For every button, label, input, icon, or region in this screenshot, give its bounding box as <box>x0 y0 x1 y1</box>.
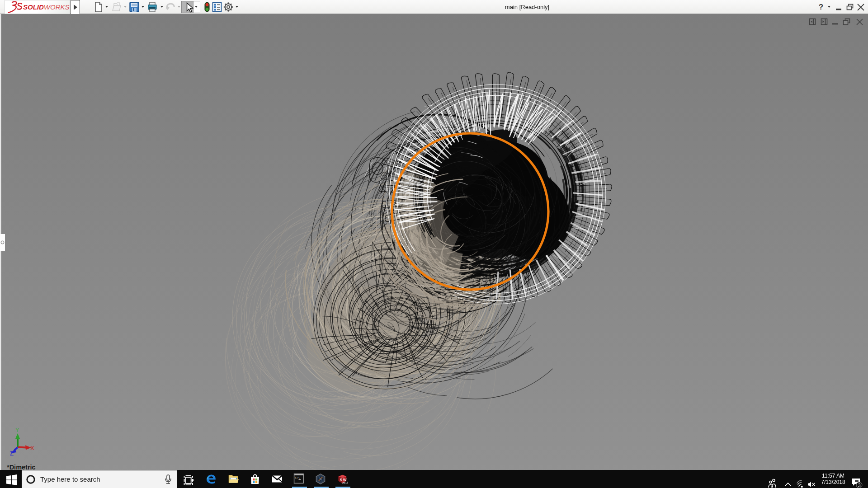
svg-text:3: 3 <box>858 483 861 488</box>
svg-text:2017: 2017 <box>342 481 348 484</box>
svg-text:*Dimetric: *Dimetric <box>7 464 36 470</box>
svg-text:Y: Y <box>15 427 19 433</box>
svg-text:X: X <box>30 445 34 451</box>
svg-text:C:\: C:\ <box>295 476 300 479</box>
svg-text:Z: Z <box>10 450 14 457</box>
